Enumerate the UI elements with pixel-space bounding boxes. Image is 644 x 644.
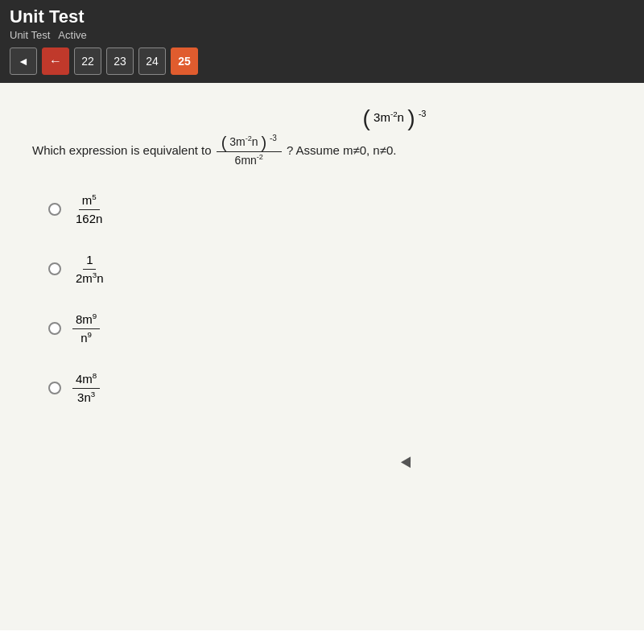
num-inner: 3m-2n [229, 135, 258, 148]
left-arrow-button[interactable]: ← [42, 47, 69, 75]
main-fraction: ( 3m-2n ) -3 6mn-2 [217, 133, 282, 167]
page-24-button[interactable]: 24 [138, 47, 166, 75]
page-22-button[interactable]: 22 [74, 47, 101, 75]
fraction-denominator: 6mn-2 [230, 152, 268, 167]
frac-c-den: n9 [77, 329, 95, 347]
answer-choice-d: 4m8 3n3 [48, 370, 612, 406]
radio-d[interactable] [48, 382, 61, 394]
fraction-a: m5 162n [72, 192, 105, 227]
page-23-button[interactable]: 23 [106, 47, 134, 75]
num-open-paren: ( [221, 134, 227, 151]
answer-choice-b: 1 2m3n [48, 251, 612, 287]
outer-exponent: -3 [419, 109, 427, 118]
frac-c-num: 8m9 [72, 311, 100, 329]
radio-b[interactable] [48, 262, 61, 275]
frac-a-den: 162n [72, 210, 105, 228]
cursor-pointer [401, 456, 415, 470]
answer-choice-a: m5 162n [48, 192, 612, 227]
radio-c[interactable] [48, 322, 61, 335]
expr-inner: 3m-2n [374, 110, 404, 124]
navigation-bar: ◄ ← 22 23 24 25 [10, 47, 634, 75]
num-close-paren: ) [261, 134, 266, 151]
answer-choices-list: m5 162n 1 2m3n 8m9 n9 4m8 3n3 [48, 192, 612, 406]
answer-choice-c: 8m9 n9 [48, 311, 612, 346]
page-title: Unit Test [10, 6, 634, 27]
status-badge: Active [58, 29, 86, 41]
num-exponent: -3 [270, 134, 277, 142]
fraction-c: 8m9 n9 [72, 311, 100, 346]
question-intro: Which expression is equivalent to [32, 143, 212, 157]
fraction-d: 4m8 3n3 [72, 370, 100, 406]
frac-d-den: 3n3 [74, 389, 98, 407]
frac-b-num: 1 [83, 251, 96, 270]
radio-a[interactable] [48, 203, 61, 216]
expression-display: ( 3m-2n ) -3 [177, 107, 612, 130]
question-block: ( 3m-2n ) -3 Which expression is equival… [32, 107, 612, 167]
frac-d-num: 4m8 [72, 370, 100, 389]
open-paren: ( [363, 105, 370, 130]
page-25-button[interactable]: 25 [171, 47, 198, 75]
breadcrumb-unit-test: Unit Test [10, 29, 50, 41]
fraction-numerator: ( 3m-2n ) -3 [217, 133, 282, 152]
header: Unit Test Unit Test Active ◄ ← 22 23 24 … [0, 0, 644, 83]
question-text-line: Which expression is equivalent to ( 3m-2… [32, 133, 612, 167]
frac-b-den: 2m3n [72, 270, 107, 287]
content-area: ( 3m-2n ) -3 Which expression is equival… [0, 83, 644, 630]
back-nav-button[interactable]: ◄ [10, 47, 37, 75]
close-paren: ) [407, 105, 415, 130]
fraction-b: 1 2m3n [72, 251, 107, 287]
frac-a-num: m5 [79, 192, 100, 210]
question-assume: ? Assume m≠0, n≠0. [287, 143, 397, 157]
